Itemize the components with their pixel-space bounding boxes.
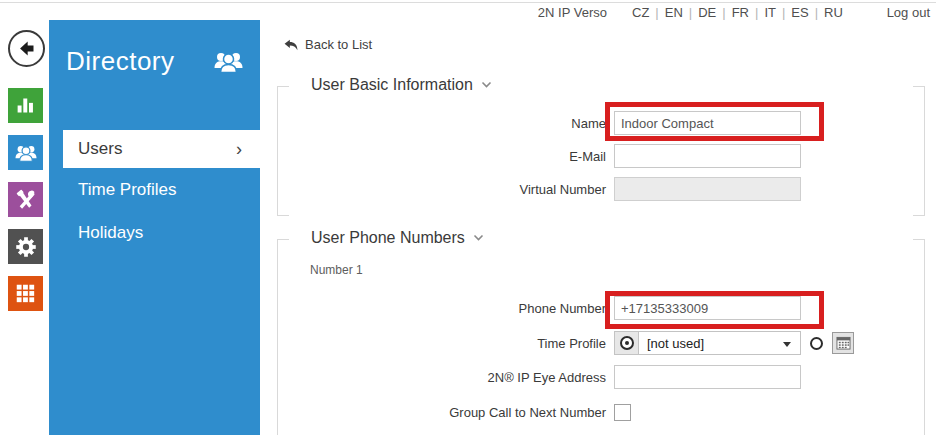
directory-header-icon <box>212 49 245 79</box>
back-to-list-link[interactable]: Back to List <box>284 37 372 52</box>
chevron-down-icon <box>473 234 484 242</box>
group-call-checkbox[interactable] <box>614 404 631 421</box>
group-call-label: Group Call to Next Number <box>278 405 606 420</box>
status-chart-icon <box>15 95 36 116</box>
chevron-down-icon <box>481 81 492 89</box>
lang-separator: | <box>755 5 758 20</box>
time-profile-label: Time Profile <box>278 336 606 351</box>
form-row-group-call: Group Call to Next Number <box>278 400 924 424</box>
section-title-label: User Phone Numbers <box>311 229 465 247</box>
page: 2N IP Verso CZ | EN | DE | FR | IT | ES … <box>0 0 936 435</box>
email-label: E-Mail <box>278 149 606 164</box>
chevron-right-icon: › <box>236 130 242 168</box>
device-name: 2N IP Verso <box>538 5 607 20</box>
time-profile-calendar-button[interactable] <box>832 332 854 354</box>
form-row-virtual-number: Virtual Number <box>278 177 924 201</box>
lang-en[interactable]: EN <box>665 5 683 20</box>
nav-services[interactable] <box>8 229 43 264</box>
page-title: Directory <box>66 46 175 77</box>
hardware-tools-icon <box>15 189 37 211</box>
sidebar-item-label: Time Profiles <box>78 180 177 199</box>
form-row-email: E-Mail <box>278 144 924 168</box>
nav-system[interactable] <box>8 276 43 311</box>
lang-es[interactable]: ES <box>791 5 808 20</box>
nav-hardware[interactable] <box>8 182 43 217</box>
sidebar-item-users[interactable]: Users › <box>63 130 260 168</box>
back-arrow-icon <box>16 38 37 59</box>
lang-de[interactable]: DE <box>698 5 716 20</box>
eye-address-input[interactable] <box>614 365 801 389</box>
number-group-label: Number 1 <box>278 263 924 277</box>
calendar-icon <box>836 336 851 350</box>
lang-separator: | <box>782 5 785 20</box>
name-label: Name <box>278 116 606 131</box>
directory-users-icon <box>14 142 38 164</box>
back-arrow-icon <box>284 39 298 51</box>
sidebar-item-holidays[interactable]: Holidays <box>49 211 260 254</box>
phone-number-input[interactable] <box>614 296 801 320</box>
sidebar-item-label: Holidays <box>78 223 143 242</box>
email-input[interactable] <box>614 144 801 168</box>
form-row-time-profile: Time Profile [not used] <box>278 331 924 355</box>
nav-status[interactable] <box>8 88 43 123</box>
section-user-phone-numbers: User Phone Numbers Number 1 Phone Number… <box>277 239 925 435</box>
form-row-eye-address: 2N® IP Eye Address <box>278 365 924 389</box>
sidebar-panel: Directory Users › Time Profiles Holidays <box>49 20 260 435</box>
back-button[interactable] <box>8 30 45 67</box>
lang-fr[interactable]: FR <box>732 5 749 20</box>
sidebar-item-label: Users <box>78 139 122 158</box>
virtual-number-label: Virtual Number <box>278 182 606 197</box>
sidebar-item-time-profiles[interactable]: Time Profiles <box>49 168 260 211</box>
system-grid-icon <box>15 283 36 304</box>
logout-link[interactable]: Log out <box>887 5 930 20</box>
section-title-label: User Basic Information <box>311 76 473 94</box>
time-profile-select[interactable]: [not used] <box>639 332 800 354</box>
lang-separator: | <box>689 5 692 20</box>
sidebar-menu: Users › Time Profiles Holidays <box>49 130 260 254</box>
section-user-basic-information: User Basic Information Name E-Mail Virtu… <box>277 86 925 216</box>
lang-cz[interactable]: CZ <box>632 5 649 20</box>
radio-on-icon <box>620 336 634 350</box>
back-to-list-label: Back to List <box>305 37 372 52</box>
services-gear-icon <box>14 235 38 259</box>
section-title[interactable]: User Phone Numbers <box>304 229 491 247</box>
eye-address-label: 2N® IP Eye Address <box>278 370 606 385</box>
form-row-name: Name <box>278 111 924 135</box>
lang-ru[interactable]: RU <box>824 5 843 20</box>
nav-directory[interactable] <box>8 135 43 170</box>
phone-number-label: Phone Number <box>278 301 606 316</box>
lang-separator: | <box>722 5 725 20</box>
dropdown-caret-icon <box>783 342 791 347</box>
top-divider <box>0 2 936 3</box>
lang-it[interactable]: IT <box>764 5 776 20</box>
time-profile-radio-selected[interactable] <box>615 332 639 354</box>
name-input[interactable] <box>614 111 801 135</box>
time-profile-combo: [not used] <box>614 331 801 355</box>
form-row-phone-number: Phone Number <box>278 296 924 320</box>
virtual-number-input <box>614 177 801 201</box>
time-profile-select-value: [not used] <box>639 336 704 351</box>
time-profile-radio-alt[interactable] <box>810 337 823 350</box>
section-title[interactable]: User Basic Information <box>304 76 499 94</box>
language-switcher: CZ | EN | DE | FR | IT | ES | RU <box>632 5 843 20</box>
lang-separator: | <box>655 5 658 20</box>
lang-separator: | <box>815 5 818 20</box>
